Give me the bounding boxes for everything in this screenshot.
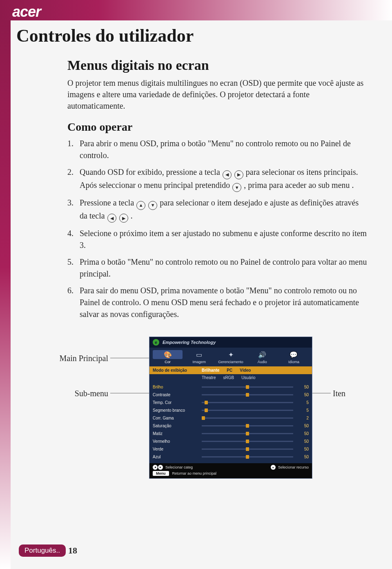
tab-label: Áudio <box>258 360 267 364</box>
list-item: 5. Prima o botão "Menu" no controlo remo… <box>67 256 368 280</box>
item-text: Para sair do menu OSD, prima novamente o… <box>80 285 368 320</box>
slider-thumb[interactable] <box>246 447 249 451</box>
gear-icon: ✦ <box>216 350 245 359</box>
slider-label: Brilho <box>153 385 202 389</box>
osd-panel: e Empowering Technology 🎨Cor ▭Imagem ✦Ge… <box>149 337 312 479</box>
slider-track[interactable] <box>202 417 293 419</box>
list-item: 2. Quando OSD for exibido, pressione a t… <box>67 166 368 192</box>
item-text: Prima o botão "Menu" no controlo remoto … <box>80 256 368 280</box>
slider-track[interactable] <box>202 394 293 395</box>
arrow-right-icon: ▶ <box>234 170 243 179</box>
slider-track[interactable] <box>202 449 293 450</box>
osd-slider-list: Brilho50Contraste50Temp. Cor5Segmento br… <box>149 382 312 463</box>
osd-tab-gerenciamento[interactable]: ✦Gerenciamento <box>216 350 245 365</box>
slider-value: 50 <box>297 424 309 428</box>
item-number: 4. <box>67 228 80 239</box>
text-fragment: Pressione a tecla <box>80 198 136 207</box>
list-item: 1. Para abrir o menu OSD, prima o botão … <box>67 138 368 161</box>
arrow-up-icon: ▴ <box>271 465 276 470</box>
slider-thumb[interactable] <box>246 424 249 428</box>
slider-label: Matiz <box>153 431 202 436</box>
mode-option[interactable]: Usuário <box>241 375 255 380</box>
how-to-list: 1. Para abrir o menu OSD, prima o botão … <box>67 138 368 320</box>
slider-track[interactable] <box>202 456 293 457</box>
slider-value: 50 <box>297 455 309 459</box>
slider-thumb[interactable] <box>246 432 249 435</box>
mode-option[interactable]: Theatre <box>202 375 216 380</box>
osd-tab-row: 🎨Cor ▭Imagem ✦Gerenciamento 🔊Áudio 💬Idio… <box>149 348 312 366</box>
osd-slider-row[interactable]: Saturação50 <box>153 422 309 430</box>
osd-slider-row[interactable]: Contraste50 <box>153 391 309 399</box>
language-icon: 💬 <box>279 350 309 359</box>
item-text: Para abrir o menu OSD, prima o botão "Me… <box>80 138 368 161</box>
osd-tab-cor[interactable]: 🎨Cor <box>153 350 183 365</box>
page-number: 18 <box>68 545 77 556</box>
slider-value: 5 <box>297 408 309 413</box>
osd-slider-row[interactable]: Azul50 <box>153 453 309 461</box>
page-title: Controles do utilizador <box>16 25 368 46</box>
slider-track[interactable] <box>202 441 293 442</box>
tab-label: Imagem <box>193 360 206 364</box>
sub-heading: Como operar <box>67 120 368 134</box>
text-fragment: Quando OSD for exibido, pressione a tecl… <box>80 167 222 176</box>
osd-slider-row[interactable]: Temp. Cor5 <box>153 399 309 406</box>
item-number: 2. <box>67 166 80 178</box>
display-mode-label: Modo de exibição <box>153 368 202 373</box>
footer-text: Retornar ao menu principal <box>172 471 217 475</box>
tab-label: Gerenciamento <box>218 360 243 364</box>
item-text: Pressione a tecla ▲ ▼ para selecionar o … <box>80 197 368 223</box>
osd-slider-row[interactable]: Brilho50 <box>153 383 309 391</box>
item-text: Selecione o próximo item a ser ajustado … <box>80 228 368 251</box>
footer-text: Selecionar categ <box>165 465 193 469</box>
callout-submenu-label: Sub-menu <box>47 389 108 398</box>
language-badge: Português.. <box>19 544 66 557</box>
slider-thumb[interactable] <box>246 455 249 459</box>
slider-thumb[interactable] <box>246 393 249 397</box>
slider-label: Temp. Cor <box>153 400 202 405</box>
slider-track[interactable] <box>202 402 293 403</box>
item-number: 5. <box>67 256 80 268</box>
slider-thumb[interactable] <box>246 440 249 443</box>
osd-tab-audio[interactable]: 🔊Áudio <box>247 350 277 365</box>
image-icon: ▭ <box>184 350 214 359</box>
osd-slider-row[interactable]: Segmento branco5 <box>153 406 309 414</box>
osd-slider-row[interactable]: Matiz50 <box>153 430 309 437</box>
osd-tab-imagem[interactable]: ▭Imagem <box>184 350 214 365</box>
slider-thumb[interactable] <box>205 401 208 404</box>
slider-label: Azul <box>153 455 202 459</box>
slider-value: 5 <box>297 400 309 405</box>
arrow-right-icon: ▶ <box>119 214 128 223</box>
palette-icon: 🎨 <box>153 350 183 359</box>
list-item: 4. Selecione o próximo item a ser ajusta… <box>67 228 368 251</box>
callout-item-label: Iten <box>333 389 345 398</box>
slider-value: 50 <box>297 393 309 397</box>
slider-track[interactable] <box>202 386 293 388</box>
mode-option[interactable]: sRGB <box>223 375 234 380</box>
mode-option[interactable]: Vídeo <box>240 368 251 373</box>
osd-slider-row[interactable]: Corr. Gama2 <box>153 414 309 422</box>
item-number: 6. <box>67 285 80 297</box>
callout-main-label: Main Principal <box>47 354 108 363</box>
arrow-left-icon: ◂ <box>153 465 158 470</box>
slider-track[interactable] <box>202 433 293 434</box>
osd-slider-row[interactable]: Verde50 <box>153 445 309 453</box>
slider-thumb[interactable] <box>246 385 249 389</box>
slider-label: Saturação <box>153 424 202 428</box>
callout-connector <box>110 358 149 358</box>
intro-paragraph: O projetor tem menus digitais multilingu… <box>67 77 368 112</box>
osd-display-mode-row: Modo de exibição Brilhante PC Vídeo <box>149 366 312 374</box>
arrow-left-icon: ◀ <box>223 170 232 179</box>
slider-track[interactable] <box>202 410 293 411</box>
slider-thumb[interactable] <box>202 416 205 420</box>
osd-footer-row2: Menu Retornar ao menu principal <box>153 471 309 476</box>
slider-value: 50 <box>297 447 309 451</box>
item-number: 3. <box>67 197 80 209</box>
slider-thumb[interactable] <box>205 408 208 412</box>
slider-label: Corr. Gama <box>153 416 202 420</box>
mode-option[interactable]: Brilhante <box>202 368 219 373</box>
footer-text: Selecionar recurso <box>278 465 309 469</box>
osd-tab-idioma[interactable]: 💬Idioma <box>279 350 309 365</box>
osd-slider-row[interactable]: Vermelho50 <box>153 437 309 445</box>
mode-option[interactable]: PC <box>227 368 232 373</box>
slider-track[interactable] <box>202 425 293 426</box>
